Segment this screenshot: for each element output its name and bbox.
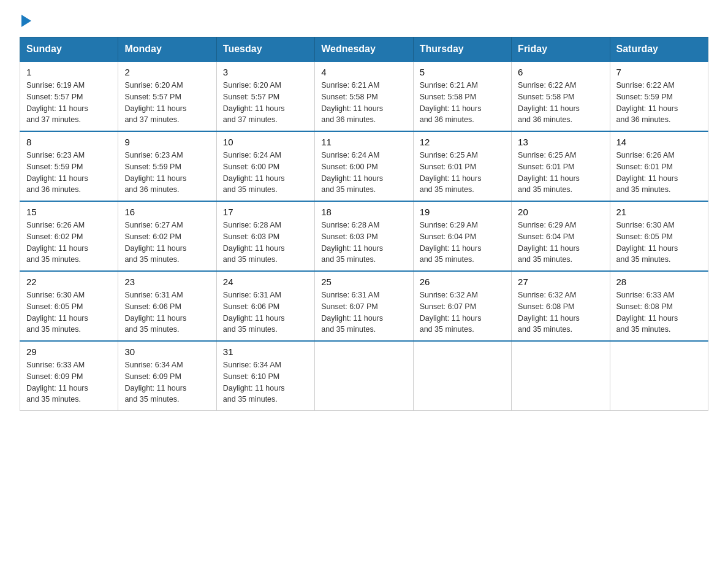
day-number: 23 [124,277,210,287]
day-info: Sunrise: 6:26 AM Sunset: 6:02 PM Dayligh… [26,220,112,266]
column-header-friday: Friday [512,37,610,62]
day-info: Sunrise: 6:22 AM Sunset: 5:58 PM Dayligh… [518,80,603,126]
calendar-cell: 4 Sunrise: 6:21 AM Sunset: 5:58 PM Dayli… [315,61,413,131]
column-header-wednesday: Wednesday [315,37,413,62]
page-header [20,15,708,27]
calendar-cell: 1 Sunrise: 6:19 AM Sunset: 5:57 PM Dayli… [20,61,118,131]
calendar-cell: 6 Sunrise: 6:22 AM Sunset: 5:58 PM Dayli… [512,61,610,131]
day-info: Sunrise: 6:23 AM Sunset: 5:59 PM Dayligh… [124,150,210,196]
day-info: Sunrise: 6:25 AM Sunset: 6:01 PM Dayligh… [518,150,603,196]
day-info: Sunrise: 6:33 AM Sunset: 6:09 PM Dayligh… [26,359,112,405]
day-number: 21 [616,207,702,217]
calendar-cell: 11 Sunrise: 6:24 AM Sunset: 6:00 PM Dayl… [315,131,413,201]
calendar-cell: 8 Sunrise: 6:23 AM Sunset: 5:59 PM Dayli… [20,131,118,201]
day-info: Sunrise: 6:25 AM Sunset: 6:01 PM Dayligh… [420,150,505,196]
column-header-thursday: Thursday [413,37,511,62]
day-info: Sunrise: 6:30 AM Sunset: 6:05 PM Dayligh… [26,289,112,335]
calendar-cell [610,341,708,411]
day-info: Sunrise: 6:34 AM Sunset: 6:10 PM Dayligh… [223,359,308,405]
day-info: Sunrise: 6:27 AM Sunset: 6:02 PM Dayligh… [124,220,210,266]
day-number: 28 [616,277,702,287]
day-info: Sunrise: 6:21 AM Sunset: 5:58 PM Dayligh… [321,80,406,126]
column-header-monday: Monday [118,37,216,62]
calendar-cell: 25 Sunrise: 6:31 AM Sunset: 6:07 PM Dayl… [315,271,413,341]
calendar-cell: 13 Sunrise: 6:25 AM Sunset: 6:01 PM Dayl… [512,131,610,201]
day-info: Sunrise: 6:31 AM Sunset: 6:06 PM Dayligh… [124,289,210,335]
logo-arrow-icon [21,15,31,27]
calendar-cell [315,341,413,411]
calendar-cell: 27 Sunrise: 6:32 AM Sunset: 6:08 PM Dayl… [512,271,610,341]
calendar-cell [413,341,511,411]
calendar-cell: 3 Sunrise: 6:20 AM Sunset: 5:57 PM Dayli… [216,61,314,131]
day-number: 20 [518,207,603,217]
calendar-cell [512,341,610,411]
calendar-cell: 18 Sunrise: 6:28 AM Sunset: 6:03 PM Dayl… [315,201,413,271]
calendar-cell: 9 Sunrise: 6:23 AM Sunset: 5:59 PM Dayli… [118,131,216,201]
day-number: 19 [420,207,505,217]
day-info: Sunrise: 6:32 AM Sunset: 6:08 PM Dayligh… [518,289,603,335]
day-number: 29 [26,347,112,357]
day-number: 13 [518,137,603,147]
day-number: 24 [223,277,308,287]
day-number: 22 [26,277,112,287]
calendar-cell: 24 Sunrise: 6:31 AM Sunset: 6:06 PM Dayl… [216,271,314,341]
calendar-cell: 28 Sunrise: 6:33 AM Sunset: 6:08 PM Dayl… [610,271,708,341]
day-number: 27 [518,277,603,287]
day-info: Sunrise: 6:23 AM Sunset: 5:59 PM Dayligh… [26,150,112,196]
calendar-cell: 17 Sunrise: 6:28 AM Sunset: 6:03 PM Dayl… [216,201,314,271]
calendar-cell: 5 Sunrise: 6:21 AM Sunset: 5:58 PM Dayli… [413,61,511,131]
calendar-cell: 19 Sunrise: 6:29 AM Sunset: 6:04 PM Dayl… [413,201,511,271]
calendar-cell: 26 Sunrise: 6:32 AM Sunset: 6:07 PM Dayl… [413,271,511,341]
day-number: 6 [518,67,603,77]
calendar-cell: 31 Sunrise: 6:34 AM Sunset: 6:10 PM Dayl… [216,341,314,411]
day-info: Sunrise: 6:26 AM Sunset: 6:01 PM Dayligh… [616,150,702,196]
day-info: Sunrise: 6:22 AM Sunset: 5:59 PM Dayligh… [616,80,702,126]
day-info: Sunrise: 6:33 AM Sunset: 6:08 PM Dayligh… [616,289,702,335]
day-info: Sunrise: 6:28 AM Sunset: 6:03 PM Dayligh… [321,220,406,266]
day-info: Sunrise: 6:30 AM Sunset: 6:05 PM Dayligh… [616,220,702,266]
calendar-cell: 14 Sunrise: 6:26 AM Sunset: 6:01 PM Dayl… [610,131,708,201]
calendar-week-row: 15 Sunrise: 6:26 AM Sunset: 6:02 PM Dayl… [20,201,708,271]
day-number: 9 [124,137,210,147]
day-number: 30 [124,347,210,357]
calendar-cell: 16 Sunrise: 6:27 AM Sunset: 6:02 PM Dayl… [118,201,216,271]
day-number: 17 [223,207,308,217]
day-number: 26 [420,277,505,287]
day-number: 25 [321,277,406,287]
day-info: Sunrise: 6:34 AM Sunset: 6:09 PM Dayligh… [124,359,210,405]
day-number: 16 [124,207,210,217]
day-info: Sunrise: 6:32 AM Sunset: 6:07 PM Dayligh… [420,289,505,335]
day-number: 7 [616,67,702,77]
day-info: Sunrise: 6:31 AM Sunset: 6:07 PM Dayligh… [321,289,406,335]
calendar-cell: 2 Sunrise: 6:20 AM Sunset: 5:57 PM Dayli… [118,61,216,131]
calendar-week-row: 22 Sunrise: 6:30 AM Sunset: 6:05 PM Dayl… [20,271,708,341]
day-info: Sunrise: 6:19 AM Sunset: 5:57 PM Dayligh… [26,80,112,126]
day-info: Sunrise: 6:24 AM Sunset: 6:00 PM Dayligh… [223,150,308,196]
day-number: 8 [26,137,112,147]
day-info: Sunrise: 6:29 AM Sunset: 6:04 PM Dayligh… [420,220,505,266]
calendar-cell: 22 Sunrise: 6:30 AM Sunset: 6:05 PM Dayl… [20,271,118,341]
calendar-cell: 12 Sunrise: 6:25 AM Sunset: 6:01 PM Dayl… [413,131,511,201]
calendar-header-row: SundayMondayTuesdayWednesdayThursdayFrid… [20,37,708,62]
logo [20,15,31,27]
day-info: Sunrise: 6:20 AM Sunset: 5:57 PM Dayligh… [223,80,308,126]
column-header-sunday: Sunday [20,37,118,62]
day-number: 4 [321,67,406,77]
calendar-week-row: 1 Sunrise: 6:19 AM Sunset: 5:57 PM Dayli… [20,61,708,131]
calendar-cell: 15 Sunrise: 6:26 AM Sunset: 6:02 PM Dayl… [20,201,118,271]
day-number: 12 [420,137,505,147]
day-info: Sunrise: 6:21 AM Sunset: 5:58 PM Dayligh… [420,80,505,126]
day-info: Sunrise: 6:29 AM Sunset: 6:04 PM Dayligh… [518,220,603,266]
column-header-saturday: Saturday [610,37,708,62]
calendar-table: SundayMondayTuesdayWednesdayThursdayFrid… [20,37,708,411]
calendar-week-row: 8 Sunrise: 6:23 AM Sunset: 5:59 PM Dayli… [20,131,708,201]
day-number: 5 [420,67,505,77]
calendar-cell: 30 Sunrise: 6:34 AM Sunset: 6:09 PM Dayl… [118,341,216,411]
day-info: Sunrise: 6:28 AM Sunset: 6:03 PM Dayligh… [223,220,308,266]
day-number: 18 [321,207,406,217]
calendar-cell: 23 Sunrise: 6:31 AM Sunset: 6:06 PM Dayl… [118,271,216,341]
calendar-cell: 21 Sunrise: 6:30 AM Sunset: 6:05 PM Dayl… [610,201,708,271]
day-info: Sunrise: 6:20 AM Sunset: 5:57 PM Dayligh… [124,80,210,126]
day-number: 1 [26,67,112,77]
day-number: 15 [26,207,112,217]
